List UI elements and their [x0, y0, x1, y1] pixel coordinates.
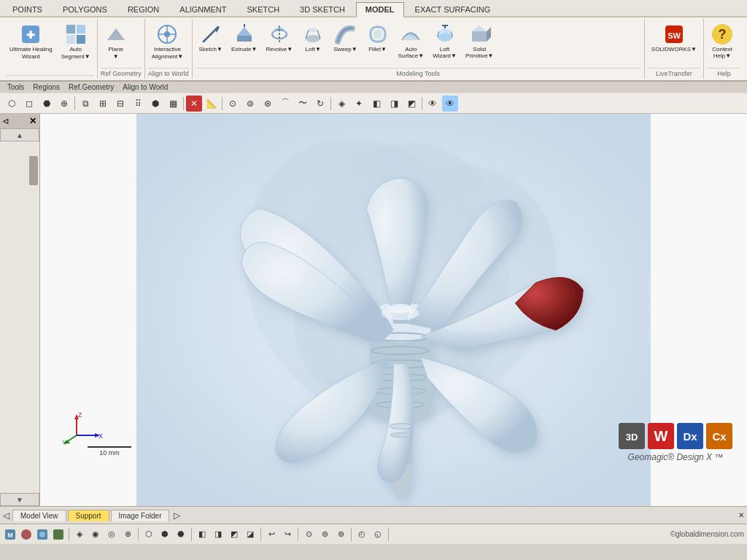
svg-marker-15: [237, 27, 252, 36]
toolbar-circle[interactable]: ⊛: [260, 96, 276, 112]
bottom-btn-21[interactable]: ◴: [355, 527, 369, 542]
tab-exact-surfacing[interactable]: EXACT SURFACING: [406, 2, 500, 16]
toolbar-view1[interactable]: ⊙: [225, 96, 241, 112]
bottom-btn-19[interactable]: ⊚: [317, 527, 332, 542]
toolbar-view2[interactable]: ⊚: [242, 96, 258, 112]
btn-fillet[interactable]: Fillet▼: [363, 20, 393, 55]
scroll-down[interactable]: ▼: [0, 493, 39, 506]
bottom-btn-18[interactable]: ⊙: [301, 527, 316, 542]
panel-close[interactable]: ✕: [29, 117, 36, 125]
bottom-btn-15[interactable]: ◪: [243, 527, 258, 542]
bottom-sep1: [69, 528, 69, 541]
toolbar-box[interactable]: ◻: [21, 96, 37, 112]
tab-alignment[interactable]: ALIGNMENT: [170, 2, 236, 16]
toolbar-points[interactable]: ⠿: [130, 96, 146, 112]
toolbar-select[interactable]: ⬡: [4, 96, 20, 112]
healing-items: ✚ Ultimate HealingWizard AutoSegment▼: [6, 20, 94, 75]
sub-item-ref-geometry[interactable]: Ref.Geometry: [64, 83, 118, 91]
bottom-btn-13[interactable]: ◨: [211, 527, 225, 542]
bottom-btn-14[interactable]: ◩: [227, 527, 241, 542]
scroll-thumb[interactable]: [29, 156, 38, 185]
toolbar-sq1[interactable]: ◧: [368, 96, 384, 112]
toolbar-polygon[interactable]: ⬣: [39, 96, 55, 112]
tab-close[interactable]: ✕: [738, 511, 744, 519]
bottom-btn-22[interactable]: ◵: [371, 527, 385, 542]
scale-line: [88, 446, 131, 448]
tab-region[interactable]: REGION: [118, 2, 169, 16]
tab-image-folder[interactable]: Image Folder: [111, 510, 170, 521]
svg-rect-4: [66, 35, 75, 44]
btn-solidworks[interactable]: SW SOLIDWORKS▼: [648, 20, 700, 55]
svg-marker-31: [487, 27, 491, 42]
extrude-icon: [233, 23, 256, 46]
toolbar-sq2[interactable]: ◨: [386, 96, 402, 112]
toolbar-eye[interactable]: 👁: [425, 96, 441, 112]
ribbon: ✚ Ultimate HealingWizard AutoSegment▼ Pl…: [0, 18, 747, 82]
toolbar-diamond[interactable]: ◈: [333, 96, 349, 112]
tab-sketch[interactable]: SKETCH: [237, 2, 289, 16]
toolbar-xray[interactable]: ✕: [186, 96, 202, 112]
bottom-btn-17[interactable]: ↪: [280, 527, 295, 542]
svg-rect-5: [77, 35, 85, 44]
solid-primitive-icon: [468, 23, 491, 46]
toolbar-spline[interactable]: 〜: [295, 96, 311, 112]
btn-healing-wizard[interactable]: ✚ Ultimate HealingWizard: [6, 20, 56, 62]
bottom-btn-9[interactable]: ⬡: [142, 527, 156, 542]
bottom-btn-10[interactable]: ⬢: [158, 527, 172, 542]
toolbar-surface[interactable]: ▦: [165, 96, 181, 112]
bottom-btn-8[interactable]: ⊕: [120, 527, 135, 542]
btn-extrude[interactable]: Extrude▼: [228, 20, 261, 55]
bottom-btn-5[interactable]: ◈: [72, 527, 87, 542]
bottom-btn-16[interactable]: ↩: [264, 527, 279, 542]
bottom-btn-7[interactable]: ◎: [104, 527, 119, 542]
viewport[interactable]: 3D W Dx Cx Geomagic® Design X ™ Z: [40, 114, 747, 506]
bottom-btn-11[interactable]: ⬣: [174, 527, 188, 542]
btn-sweep[interactable]: Sweep▼: [330, 20, 360, 55]
logo-cx-box: Cx: [706, 423, 732, 449]
toolbar-star[interactable]: ✦: [351, 96, 367, 112]
tab-model-view[interactable]: Model View: [12, 510, 66, 521]
toolbar-sq3[interactable]: ◩: [403, 96, 419, 112]
sub-item-tools[interactable]: Tools: [3, 83, 28, 91]
tab-points[interactable]: POINTS: [3, 2, 52, 16]
scroll-up[interactable]: ▲: [0, 128, 39, 141]
bottom-btn-2[interactable]: [19, 527, 34, 542]
toolbar-eye-active[interactable]: 👁: [442, 96, 458, 112]
tab-support[interactable]: Support: [68, 510, 109, 521]
bottom-btn-1[interactable]: M: [3, 527, 18, 542]
toolbar-arc[interactable]: ⌒: [277, 96, 293, 112]
toolbar-copy[interactable]: ⧉: [77, 96, 93, 112]
btn-auto-segment[interactable]: AutoSegment▼: [58, 20, 94, 62]
toolbar-lasso[interactable]: ⊕: [56, 96, 72, 112]
btn-loft[interactable]: Loft▼: [298, 20, 328, 55]
bottom-btn-4[interactable]: [51, 527, 66, 542]
bottom-btn-12[interactable]: ◧: [195, 527, 209, 542]
btn-context-help[interactable]: ? ContextHelp▼: [707, 20, 738, 61]
btn-revolve[interactable]: Revolve▼: [262, 20, 296, 55]
sub-item-regions[interactable]: Regions: [28, 83, 64, 91]
bottom-btn-3[interactable]: [35, 527, 50, 542]
toolbar-grid2[interactable]: ⊟: [112, 96, 128, 112]
btn-plane[interactable]: Plane▼: [101, 20, 131, 62]
tab-polygons[interactable]: POLYGONS: [53, 2, 117, 16]
btn-loft-wizard[interactable]: LoftWizard▼: [429, 20, 460, 61]
btn-sketch[interactable]: Sketch▼: [196, 20, 226, 55]
sub-item-align-to-world[interactable]: Align to World: [118, 83, 172, 91]
bottom-btn-20[interactable]: ⊛: [333, 527, 348, 542]
tab-model[interactable]: MODEL: [356, 2, 404, 18]
tab-scroll-left[interactable]: ◁: [3, 510, 9, 521]
tab-scroll-right[interactable]: ▷: [174, 510, 180, 521]
btn-interactive-align[interactable]: InteractiveAlignment▼: [148, 20, 187, 62]
tab-3dsketch[interactable]: 3D SKETCH: [290, 2, 355, 16]
ribbon-group-livetransfer: SW SOLIDWORKS▼ LiveTransfer: [645, 19, 704, 79]
bottom-btn-6[interactable]: ◉: [88, 527, 103, 542]
toolbar-measure[interactable]: 📐: [204, 96, 220, 112]
toolbar-mesh[interactable]: ⬢: [147, 96, 163, 112]
toolbar-grid[interactable]: ⊞: [95, 96, 111, 112]
toolbar-rotate[interactable]: ↻: [312, 96, 328, 112]
btn-auto-surface[interactable]: AutoSurface▼: [395, 20, 428, 61]
logo-3d-box: 3D: [619, 423, 645, 449]
svg-rect-14: [237, 36, 252, 42]
help-items: ? ContextHelp▼: [707, 20, 741, 68]
btn-solid-primitive[interactable]: SolidPrimitive▼: [462, 20, 498, 61]
